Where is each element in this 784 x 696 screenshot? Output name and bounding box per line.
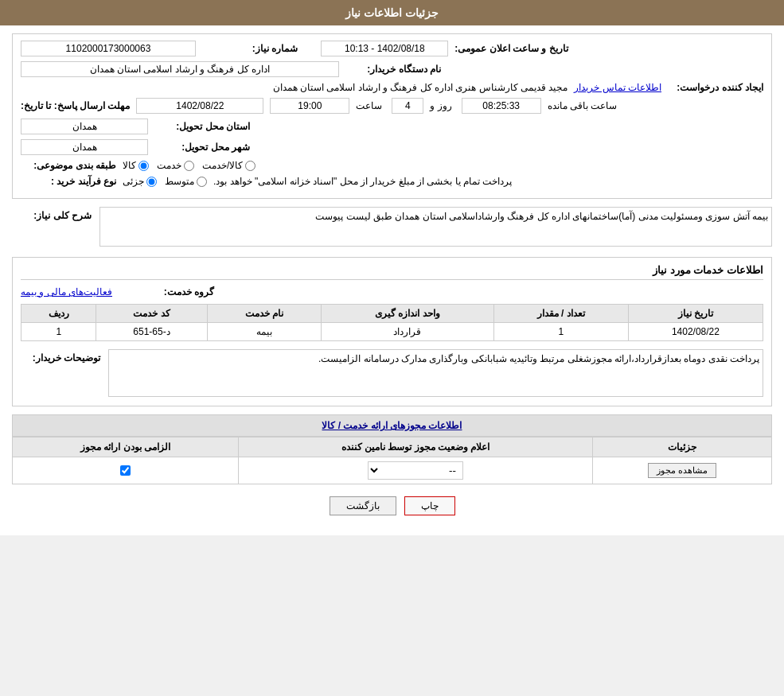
label-shahr: شهر محل تحویل: (154, 142, 250, 153)
sharh-textarea (99, 207, 772, 247)
info-section: تاریخ و ساعت اعلان عمومی: 1402/08/18 - 1… (12, 33, 772, 199)
value-baqi: 08:25:33 (462, 98, 541, 114)
btn-view-license[interactable]: مشاهده مجوز (648, 463, 716, 478)
page-title: جزئیات اطلاعات نیاز (345, 6, 439, 19)
elzami-checkbox[interactable] (120, 465, 131, 476)
value-rooz: 4 (392, 98, 423, 114)
radio-kala-khedmat[interactable]: کالا/خدمت (202, 160, 255, 171)
cell-name: بیمه (207, 323, 321, 341)
value-shomare: 1102000173000063 (21, 41, 196, 56)
label-grooh: گروه خدمت: (119, 286, 214, 297)
radio-jozii-input[interactable] (146, 177, 157, 187)
cell-code: د-65-651 (96, 323, 207, 341)
th-name: نام خدمت (207, 305, 321, 323)
radio-motavasset[interactable]: متوسط (165, 176, 207, 187)
radio-kala-khedmat-input[interactable] (245, 161, 255, 171)
label-tarikhelam: تاریخ و ساعت اعلان عمومی: (454, 43, 568, 54)
link-contact[interactable]: اطلاعات تماس خریدار (574, 82, 661, 93)
th-elzami: الزامی بودن ارائه مجوز (13, 437, 239, 457)
th-elam: اعلام وضعیت مجوز توسط نامین کننده (239, 437, 593, 457)
label-saat: ساعت (356, 100, 382, 111)
radio-kala[interactable]: کالا (123, 160, 149, 171)
radio-khedmat-label: خدمت (157, 160, 181, 171)
radio-khedmat[interactable]: خدمت (157, 160, 194, 171)
row-grooh: گروه خدمت: فعالیت‌های مالی و بیمه (21, 286, 763, 297)
th-tedad: تعداد / مقدار (493, 305, 628, 323)
th-code: کد خدمت (96, 305, 207, 323)
value-ostan: همدان (21, 119, 148, 134)
row-shomare: تاریخ و ساعت اعلان عمومی: 1402/08/18 - 1… (21, 41, 763, 56)
page-header: جزئیات اطلاعات نیاز (0, 0, 784, 25)
radio-kala-label: کالا (123, 160, 136, 171)
label-namdastgah: نام دستگاه خریدار: (345, 64, 441, 75)
cell-tarikh: 1402/08/22 (628, 323, 763, 341)
label-baqi: ساعت باقی مانده (548, 100, 618, 111)
radio-group-farayand: متوسط جزئی (123, 176, 207, 187)
license-elam: -- (239, 457, 593, 484)
row-mohlat: ساعت باقی مانده 08:25:33 روز و 4 ساعت 19… (21, 98, 763, 114)
btn-bazgasht[interactable]: بازگشت (330, 496, 396, 515)
radio-kala-input[interactable] (138, 161, 149, 171)
radio-jozii[interactable]: جزئی (123, 176, 157, 187)
license-elzami (13, 457, 239, 484)
value-date: 1402/08/22 (136, 98, 263, 114)
main-content: تاریخ و ساعت اعلان عمومی: 1402/08/18 - 1… (0, 25, 784, 535)
radio-kala-khedmat-label: کالا/خدمت (202, 160, 243, 171)
license-joziyat: مشاهده مجوز (592, 457, 771, 484)
label-tabaqe: طبقه بندی موضوعی: (21, 160, 116, 171)
cell-vahid: قرارداد (322, 323, 494, 341)
services-header[interactable]: اطلاعات مجوزهای ارائه خدمت / کالا (12, 414, 772, 437)
license-table: جزئیات اعلام وضعیت مجوز توسط نامین کننده… (12, 437, 772, 484)
th-vahid: واحد اندازه گیری (322, 305, 494, 323)
label-tosif: توضیحات خریدار: (21, 349, 100, 364)
license-row: مشاهده مجوز -- (13, 457, 772, 484)
value-time: 19:00 (270, 98, 349, 114)
services-table: تاریخ نیاز تعداد / مقدار واحد اندازه گیر… (21, 304, 763, 341)
radio-group-tabaqe: کالا/خدمت خدمت کالا (123, 160, 255, 171)
th-joziyat: جزئیات (592, 437, 771, 457)
value-ejad: مجید قدیمی کارشناس هنری اداره کل فرهنگ و… (21, 82, 568, 93)
license-section: اطلاعات مجوزهای ارائه خدمت / کالا جزئیات… (12, 414, 772, 484)
row-shahr: شهر محل تحویل: همدان (21, 139, 763, 155)
tosif-textarea (108, 349, 763, 397)
label-ostan: استان محل تحویل: (154, 121, 250, 132)
radio-motavasset-input[interactable] (197, 177, 207, 187)
value-namdastgah: اداره کل فرهنگ و ارشاد اسلامی استان همدا… (21, 61, 339, 77)
label-noeFarayand: نوع فرآیند خرید : (21, 176, 116, 187)
table-row: 1402/08/22 1 قرارداد بیمه د-65-651 1 (21, 323, 763, 341)
radio-khedmat-input[interactable] (184, 161, 194, 171)
noeFarayand-text: پرداخت تمام یا بخشی از مبلغ خریدار از مح… (213, 176, 512, 187)
checkbox-cell (19, 465, 232, 476)
label-mohlat: مهلت ارسال پاسخ: تا تاریخ: (21, 100, 130, 111)
row-noeFarayand: پرداخت تمام یا بخشی از مبلغ خریدار از مح… (21, 176, 763, 187)
label-sharh: شرح کلی نیاز: (12, 207, 92, 221)
label-rooz: روز و (430, 100, 451, 111)
row-ejad: ایجاد کننده درخواست: اطلاعات تماس خریدار… (21, 82, 763, 93)
sharh-content (99, 207, 772, 249)
radio-motavasset-label: متوسط (165, 176, 194, 187)
value-tarikhelam: 1402/08/18 - 10:13 (321, 41, 448, 56)
cell-radif: 1 (21, 323, 96, 341)
row-namdastgah: نام دستگاه خریدار: اداره کل فرهنگ و ارشا… (21, 61, 763, 77)
khadamat-title: اطلاعات خدمات مورد نیاز (21, 264, 763, 280)
tosif-section: توضیحات خریدار: (21, 349, 763, 399)
license-elam-select[interactable]: -- (368, 461, 463, 480)
sharh-section: شرح کلی نیاز: (12, 207, 772, 249)
tosif-content (108, 349, 763, 399)
label-shomare: شماره نیاز: (202, 43, 298, 54)
page-container: جزئیات اطلاعات نیاز تاریخ و ساعت اعلان ع… (0, 0, 784, 535)
th-tarikh: تاریخ نیاز (628, 305, 763, 323)
value-grooh[interactable]: فعالیت‌های مالی و بیمه (21, 286, 112, 297)
th-radif: ردیف (21, 305, 96, 323)
label-ejad: ایجاد کننده درخواست: (668, 82, 763, 93)
value-shahr: همدان (21, 139, 148, 155)
khadamat-section: اطلاعات خدمات مورد نیاز گروه خدمت: فعالی… (12, 257, 772, 406)
row-tabaqe: کالا/خدمت خدمت کالا طبقه بندی موضوعی: (21, 160, 763, 171)
row-ostan: استان محل تحویل: همدان (21, 119, 763, 134)
radio-jozii-label: جزئی (123, 176, 144, 187)
cell-tedad: 1 (493, 323, 628, 341)
btn-chap[interactable]: چاپ (404, 496, 455, 515)
bottom-buttons: چاپ بازگشت (12, 484, 772, 527)
